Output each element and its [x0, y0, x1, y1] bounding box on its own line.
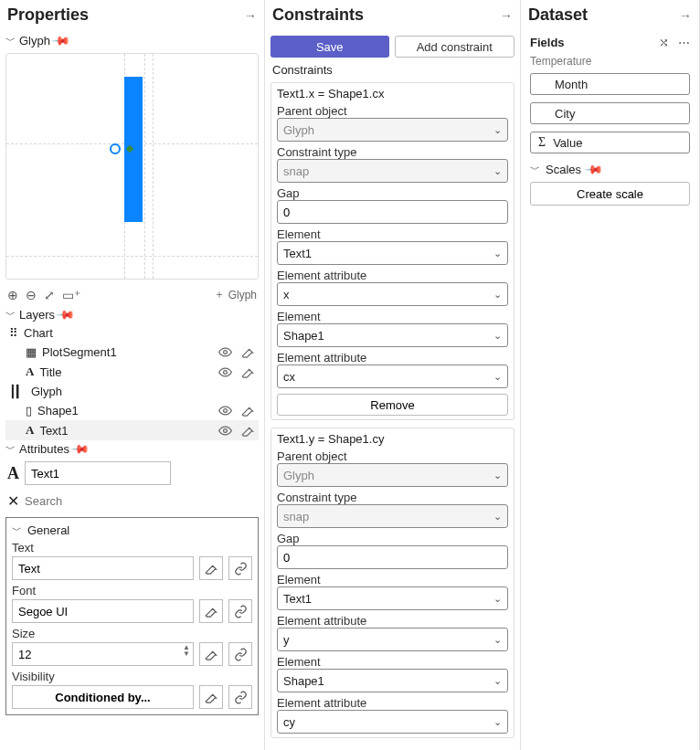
link-button[interactable]: [228, 599, 252, 623]
element1-select[interactable]: Text1⌄: [277, 241, 508, 265]
grid-icon: ▦: [26, 345, 37, 359]
element2-select[interactable]: Shape1⌄: [277, 669, 508, 692]
attr1-select[interactable]: x⌄: [277, 282, 508, 306]
chart-icon: ⠿: [9, 326, 18, 340]
zoom-in-icon[interactable]: ⊕: [7, 288, 18, 302]
selected-name-input[interactable]: [25, 461, 171, 485]
create-scale-button[interactable]: Create scale: [530, 182, 690, 206]
pin-icon[interactable]: 📌: [584, 160, 604, 180]
replace-data-icon[interactable]: ⤭: [659, 36, 669, 49]
eye-icon[interactable]: [218, 345, 232, 359]
gap-input[interactable]: [277, 545, 508, 569]
general-panel: ﹀ General Text Font Size ▲▼ Visibility C…: [5, 517, 259, 715]
link-button[interactable]: [228, 556, 252, 580]
layer-label: Chart: [24, 326, 53, 340]
glyph-section-header[interactable]: ﹀ Glyph 📌: [0, 32, 264, 49]
scales-section-header[interactable]: ﹀ Scales 📌: [521, 157, 699, 178]
field-month[interactable]: Month: [530, 73, 690, 95]
attribute-search-input[interactable]: [25, 494, 257, 508]
eraser-icon[interactable]: [241, 345, 255, 359]
eraser-icon[interactable]: [241, 424, 255, 438]
dataset-title: Dataset: [528, 5, 588, 25]
chevron-down-icon: ⌄: [493, 248, 502, 259]
element2-select[interactable]: Shape1⌄: [277, 323, 508, 347]
element1-select[interactable]: Text1⌄: [277, 586, 508, 610]
attribute-search-row: ✕: [0, 489, 264, 513]
element-attribute-label: Element attribute: [277, 614, 508, 628]
field-city[interactable]: City: [530, 102, 690, 124]
text-icon: A: [26, 364, 34, 379]
close-icon[interactable]: ✕: [7, 492, 19, 510]
layer-label: Shape1: [37, 404, 79, 417]
more-icon[interactable]: ⋯: [678, 36, 690, 49]
glyph-canvas[interactable]: [5, 53, 259, 280]
glyph-icon: ┃▎: [9, 385, 26, 398]
gap-input[interactable]: [277, 200, 508, 224]
size-stepper[interactable]: ▲▼: [12, 642, 194, 666]
visibility-field-label: Visibility: [12, 670, 252, 683]
attr1-select[interactable]: y⌄: [277, 628, 508, 651]
eye-icon[interactable]: [218, 404, 232, 417]
parent-object-select[interactable]: Glyph⌄: [277, 463, 508, 487]
zoom-controls: ⊕ ⊖ ⤢ ▭⁺: [7, 288, 80, 302]
pin-icon[interactable]: 📌: [70, 439, 90, 460]
eraser-button[interactable]: [199, 556, 223, 580]
attr2-select[interactable]: cx⌄: [277, 364, 508, 388]
canvas-toolbar: ⊕ ⊖ ⤢ ▭⁺ ＋ Glyph: [0, 283, 264, 306]
chevron-down-icon: ﹀: [530, 163, 540, 176]
pin-icon[interactable]: 📌: [56, 305, 76, 325]
link-button[interactable]: [228, 642, 252, 666]
eye-icon[interactable]: [218, 365, 232, 379]
constraint-title: Text1.y = Shape1.cy: [277, 432, 508, 446]
rotate-handle-icon[interactable]: [110, 143, 121, 154]
chevron-down-icon: ⌄: [493, 511, 502, 523]
eraser-icon[interactable]: [241, 404, 255, 417]
plus-icon: ＋: [214, 287, 225, 302]
conditioned-by-button[interactable]: Conditioned by...: [12, 685, 194, 709]
layer-chart[interactable]: ⠿ Chart: [5, 323, 259, 343]
general-header[interactable]: ﹀ General: [12, 523, 252, 537]
properties-header: Properties →: [0, 0, 264, 32]
element-label: Element: [277, 310, 508, 323]
font-value-input[interactable]: [12, 599, 194, 623]
eraser-button[interactable]: [199, 685, 223, 709]
add-glyph-button[interactable]: ＋ Glyph: [214, 287, 257, 302]
constraint-type-select[interactable]: snap⌄: [277, 504, 508, 528]
zoom-select-icon[interactable]: ▭⁺: [62, 288, 80, 302]
eraser-icon[interactable]: [241, 365, 255, 379]
link-button[interactable]: [228, 685, 252, 709]
add-constraint-button[interactable]: Add constraint: [395, 36, 515, 58]
save-button[interactable]: Save: [270, 36, 389, 58]
properties-title: Properties: [7, 5, 89, 25]
collapse-arrow-icon[interactable]: →: [679, 8, 692, 23]
element-attribute-label: Element attribute: [277, 696, 508, 710]
zoom-out-icon[interactable]: ⊖: [26, 288, 37, 302]
constraint-type-label: Constraint type: [277, 145, 508, 159]
layer-glyph[interactable]: ┃▎ Glyph: [5, 382, 259, 401]
pin-icon[interactable]: 📌: [51, 31, 71, 51]
layer-plotsegment[interactable]: ▦ PlotSegment1: [5, 343, 259, 362]
attributes-section-header[interactable]: ﹀ Attributes 📌: [0, 440, 264, 458]
collapse-arrow-icon[interactable]: →: [500, 8, 513, 23]
layers-section-header[interactable]: ﹀ Layers 📌: [0, 306, 264, 323]
eraser-button[interactable]: [199, 599, 223, 623]
remove-constraint-button[interactable]: Remove: [277, 394, 508, 416]
attr2-select[interactable]: cy⌄: [277, 710, 508, 734]
parent-object-select[interactable]: Glyph⌄: [277, 118, 508, 142]
constraint-title: Text1.x = Shape1.cx: [277, 87, 508, 100]
layer-title[interactable]: A Title: [5, 362, 259, 382]
field-value[interactable]: ΣValue: [530, 132, 690, 153]
step-down-icon[interactable]: ▼: [183, 650, 190, 657]
gap-label: Gap: [277, 532, 508, 545]
layer-text1[interactable]: A Text1: [5, 420, 259, 440]
size-value-input[interactable]: [12, 642, 194, 666]
eye-icon[interactable]: [218, 424, 232, 438]
element-label: Element: [277, 573, 508, 586]
chevron-down-icon: ﹀: [5, 308, 16, 322]
text-value-input[interactable]: [12, 556, 194, 580]
layer-shape1[interactable]: ▯ Shape1: [5, 401, 259, 420]
eraser-button[interactable]: [199, 642, 223, 666]
constraint-type-select[interactable]: snap⌄: [277, 159, 508, 183]
collapse-arrow-icon[interactable]: →: [244, 8, 257, 23]
zoom-fit-icon[interactable]: ⤢: [44, 288, 55, 302]
